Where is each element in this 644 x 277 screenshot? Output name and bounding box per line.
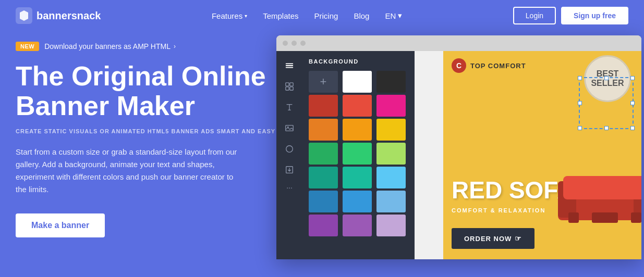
browser-content: ··· BACKGROUND + C TOP COMFORT [276, 51, 641, 259]
new-badge-row: NEW Download your banners as AMP HTML › [16, 42, 276, 51]
tool-shape[interactable] [280, 140, 299, 158]
color-swatch[interactable] [376, 191, 406, 212]
selection-handle-bl[interactable] [578, 126, 582, 130]
new-badge: NEW [16, 42, 39, 51]
svg-point-10 [286, 146, 293, 153]
tool-more[interactable]: ··· [286, 183, 293, 192]
color-swatch[interactable] [376, 119, 406, 141]
ad-best-text: BEST SELLER [591, 69, 624, 87]
svg-rect-2 [286, 65, 293, 66]
color-swatch[interactable] [376, 143, 406, 165]
nav-language-selector[interactable]: EN ▾ [385, 11, 402, 20]
color-swatch[interactable] [343, 215, 372, 236]
color-swatch[interactable] [343, 191, 372, 212]
signup-button[interactable]: Sign up free [561, 7, 628, 24]
hero-section: NEW Download your banners as AMP HTML › … [0, 31, 644, 277]
color-swatch[interactable] [376, 71, 406, 93]
ad-sub-title: COMFORT & RELAXATION [452, 207, 545, 213]
arrow-icon: › [174, 43, 176, 50]
color-swatch[interactable] [309, 95, 338, 117]
color-panel: BACKGROUND + [302, 51, 415, 259]
selection-handle-bottom[interactable] [604, 126, 609, 130]
hero-right: ··· BACKGROUND + C TOP COMFORT [276, 31, 628, 277]
color-swatch[interactable] [309, 119, 338, 141]
nav-features-link[interactable]: Features ▾ [212, 11, 247, 20]
hero-description: Start from a custom size or grab a stand… [16, 146, 240, 196]
tool-layout[interactable] [280, 77, 299, 96]
ad-order-button[interactable]: ORDER NOW ☞ [452, 228, 534, 249]
ad-banner-preview: C TOP COMFORT BEST SELLER [443, 51, 641, 259]
browser-dot-green [300, 41, 306, 46]
ad-best-seller-badge: BEST SELLER [584, 55, 631, 102]
tool-layers[interactable] [280, 56, 299, 75]
nav-links: Features ▾ Templates Pricing Blog EN ▾ [212, 11, 402, 20]
color-swatch[interactable] [376, 95, 406, 117]
svg-rect-5 [290, 83, 293, 86]
make-banner-button[interactable]: Make a banner [16, 213, 105, 237]
svg-rect-7 [290, 87, 293, 90]
nav-pricing-link[interactable]: Pricing [314, 11, 338, 20]
nav-buttons: Login Sign up free [513, 7, 628, 24]
nav-blog-link[interactable]: Blog [354, 11, 369, 20]
canvas-area: C TOP COMFORT BEST SELLER [415, 51, 641, 259]
ad-logo-circle: C [452, 58, 466, 73]
color-swatch[interactable] [309, 167, 338, 188]
color-swatch[interactable] [309, 215, 338, 236]
chevron-down-icon: ▾ [398, 11, 402, 20]
color-swatch[interactable] [343, 95, 372, 117]
color-swatch[interactable] [343, 167, 372, 188]
selection-handle-left[interactable] [578, 101, 582, 105]
svg-rect-1 [286, 64, 293, 65]
selection-handle-br[interactable] [630, 126, 635, 130]
logo[interactable]: bannersnack [16, 7, 101, 24]
hero-subtitle: CREATE STATIC VISUALS OR ANIMATED HTML5 … [16, 128, 276, 134]
svg-rect-18 [592, 212, 618, 223]
chevron-down-icon: ▾ [245, 13, 247, 19]
browser-dot-yellow [291, 41, 297, 46]
color-swatch[interactable] [376, 215, 406, 236]
svg-rect-3 [286, 67, 293, 68]
color-grid: + [309, 71, 408, 236]
new-badge-message: Download your banners as AMP HTML › [44, 42, 176, 51]
tool-image[interactable] [280, 119, 299, 137]
svg-rect-16 [568, 212, 579, 223]
svg-rect-15 [563, 176, 641, 199]
browser-dot-red [283, 41, 288, 46]
svg-rect-4 [286, 83, 289, 86]
color-swatch[interactable] [309, 143, 338, 165]
ad-brand-text: TOP COMFORT [470, 62, 526, 70]
tool-text[interactable] [280, 98, 299, 117]
svg-rect-17 [631, 212, 641, 223]
color-swatch[interactable] [343, 119, 372, 141]
navigation: bannersnack Features ▾ Templates Pricing… [0, 0, 644, 31]
color-swatch[interactable]: + [309, 71, 338, 93]
tool-export[interactable] [280, 160, 299, 179]
hero-left: NEW Download your banners as AMP HTML › … [16, 31, 276, 277]
svg-rect-8 [286, 125, 293, 131]
color-swatch[interactable] [376, 167, 406, 188]
cursor-icon: ☞ [515, 234, 522, 243]
browser-bar [276, 35, 641, 51]
svg-rect-6 [286, 87, 289, 90]
login-button[interactable]: Login [513, 7, 556, 24]
color-swatch[interactable] [343, 143, 372, 165]
color-swatch[interactable] [343, 71, 372, 93]
selection-handle-right[interactable] [630, 101, 635, 105]
browser-mockup: ··· BACKGROUND + C TOP COMFORT [276, 35, 641, 259]
hero-title: The Original Online Banner Maker [16, 61, 276, 121]
color-panel-title: BACKGROUND [309, 56, 408, 65]
color-swatch[interactable] [309, 191, 338, 212]
tool-sidebar: ··· [276, 51, 302, 259]
logo-text: bannersnack [37, 10, 101, 22]
ad-sofa-image [553, 160, 641, 228]
nav-templates-link[interactable]: Templates [263, 11, 298, 20]
